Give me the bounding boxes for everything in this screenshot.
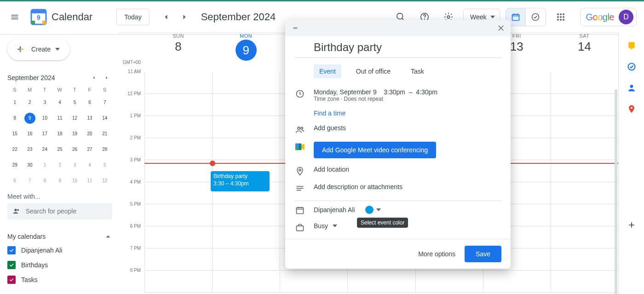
mini-day[interactable]: 30 xyxy=(24,160,35,171)
mini-day[interactable]: 2 xyxy=(24,97,35,108)
calendar-list-item[interactable]: Dipanjenah Ali xyxy=(7,246,112,254)
time-slot[interactable] xyxy=(551,138,618,160)
event-color-selector[interactable] xyxy=(363,205,383,215)
mini-day[interactable]: 26 xyxy=(69,144,80,155)
time-slot[interactable] xyxy=(145,204,212,226)
time-slot[interactable] xyxy=(483,271,551,293)
tab-out-of-office[interactable]: Out of office xyxy=(351,64,396,78)
time-slot[interactable] xyxy=(213,226,280,248)
event-datetime[interactable]: Monday, September 9 3:30pm – 4:30pm xyxy=(314,88,501,96)
google-apps-button[interactable] xyxy=(552,8,570,26)
mini-day[interactable]: 8 xyxy=(39,175,50,186)
avatar[interactable]: D xyxy=(619,10,633,24)
time-slot[interactable] xyxy=(145,116,212,138)
add-addon-button[interactable] xyxy=(627,220,636,230)
mini-day[interactable]: 29 xyxy=(9,160,20,171)
time-slot[interactable] xyxy=(551,271,618,293)
mini-day[interactable]: 11 xyxy=(54,113,65,124)
mini-day[interactable]: 11 xyxy=(84,175,95,186)
mini-day[interactable]: 13 xyxy=(84,113,95,124)
time-slot[interactable] xyxy=(145,182,212,204)
tab-task[interactable]: Task xyxy=(405,64,430,78)
mini-day[interactable]: 4 xyxy=(84,160,95,171)
mini-day[interactable]: 14 xyxy=(99,113,110,124)
mini-day[interactable]: 1 xyxy=(9,97,20,108)
main-menu-button[interactable] xyxy=(4,6,26,28)
event-tz-repeat[interactable]: Time zone · Does not repeat xyxy=(314,96,501,102)
event-title-input[interactable]: Birthday party xyxy=(294,41,501,58)
mini-day[interactable]: 4 xyxy=(54,97,65,108)
time-slot[interactable] xyxy=(551,72,618,94)
mini-day[interactable]: 17 xyxy=(39,128,50,139)
mini-day[interactable]: 7 xyxy=(24,175,35,186)
mini-day[interactable]: 1 xyxy=(39,160,50,171)
time-slot[interactable] xyxy=(280,271,347,293)
mini-day[interactable]: 5 xyxy=(99,160,110,171)
time-slot[interactable] xyxy=(213,204,280,226)
drag-handle-icon[interactable] xyxy=(291,25,300,31)
day-column[interactable] xyxy=(144,72,212,293)
find-a-time-link[interactable]: Find a time xyxy=(314,110,501,117)
mini-day[interactable]: 20 xyxy=(84,128,95,139)
time-slot[interactable] xyxy=(213,248,280,271)
time-slot[interactable] xyxy=(551,94,618,116)
mini-day[interactable]: 12 xyxy=(69,113,80,124)
scrollbar-thumb[interactable] xyxy=(615,89,617,294)
time-slot[interactable] xyxy=(213,72,280,94)
my-calendars-header[interactable]: My calendars xyxy=(7,232,112,241)
maps-icon[interactable] xyxy=(627,104,636,114)
close-icon[interactable] xyxy=(497,24,505,32)
mini-day[interactable]: 24 xyxy=(39,144,50,155)
mini-day[interactable]: 28 xyxy=(99,144,110,155)
mini-day[interactable]: 6 xyxy=(9,175,20,186)
people-search[interactable] xyxy=(7,203,112,219)
time-slot[interactable] xyxy=(145,138,212,160)
mini-day[interactable]: 10 xyxy=(39,113,50,124)
mini-day[interactable]: 3 xyxy=(69,160,80,171)
checkbox-icon[interactable] xyxy=(7,246,16,254)
time-slot[interactable] xyxy=(551,248,618,271)
mini-day[interactable]: 16 xyxy=(24,128,35,139)
time-slot[interactable] xyxy=(145,248,212,271)
mini-day[interactable]: 8 xyxy=(9,113,20,124)
day-header[interactable]: SAT14 xyxy=(551,33,618,72)
mini-day[interactable]: 9 xyxy=(54,175,65,186)
today-button[interactable]: Today xyxy=(116,9,149,25)
time-slot[interactable] xyxy=(416,271,483,293)
keep-icon[interactable] xyxy=(627,41,636,50)
event-chip-birthday[interactable]: Birthday party 3:30 – 4:30pm xyxy=(211,171,270,191)
time-slot[interactable] xyxy=(145,72,212,94)
mini-day[interactable]: 5 xyxy=(69,97,80,108)
mini-day[interactable]: 9 xyxy=(24,113,35,124)
time-slot[interactable] xyxy=(145,94,212,116)
mini-day[interactable]: 18 xyxy=(54,128,65,139)
mini-day[interactable]: 10 xyxy=(69,175,80,186)
mini-day[interactable]: 2 xyxy=(54,160,65,171)
mini-day[interactable]: 21 xyxy=(99,128,110,139)
tab-event[interactable]: Event xyxy=(314,64,341,78)
checkbox-icon[interactable] xyxy=(7,276,16,284)
mini-day[interactable]: 7 xyxy=(99,97,110,108)
more-options-button[interactable]: More options xyxy=(418,250,455,258)
create-button[interactable]: Create xyxy=(7,38,70,60)
mini-day[interactable]: 15 xyxy=(9,128,20,139)
calendar-list-item[interactable]: Tasks xyxy=(7,276,112,284)
time-slot[interactable] xyxy=(551,204,618,226)
time-slot[interactable] xyxy=(551,226,618,248)
mini-prev-month[interactable] xyxy=(88,72,99,83)
mini-day[interactable]: 3 xyxy=(39,97,50,108)
add-guests-field[interactable]: Add guests xyxy=(314,124,501,132)
contacts-icon[interactable] xyxy=(627,83,636,92)
day-column[interactable] xyxy=(551,72,618,293)
time-slot[interactable] xyxy=(213,116,280,138)
time-slot[interactable] xyxy=(551,116,618,138)
visibility-selector[interactable]: Busy xyxy=(314,222,328,230)
mini-day[interactable]: 19 xyxy=(69,128,80,139)
mini-next-month[interactable] xyxy=(101,72,112,83)
time-slot[interactable] xyxy=(145,271,212,293)
time-slot[interactable] xyxy=(145,226,212,248)
save-button[interactable]: Save xyxy=(465,246,501,262)
prev-week-button[interactable] xyxy=(159,10,173,24)
people-search-input[interactable] xyxy=(25,207,107,215)
mini-day[interactable]: 6 xyxy=(84,97,95,108)
